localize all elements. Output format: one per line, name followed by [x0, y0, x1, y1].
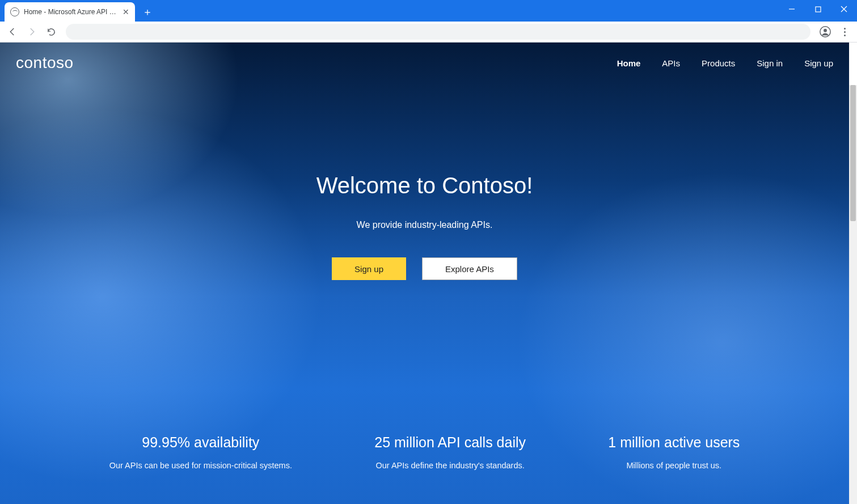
stat-sub: Our APIs define the industry's standards… [374, 461, 526, 470]
globe-icon [10, 7, 19, 16]
window-close-button[interactable] [831, 0, 857, 18]
back-button[interactable] [5, 24, 20, 40]
signup-button[interactable]: Sign up [332, 257, 406, 280]
hero-subtitle: We provide industry-leading APIs. [0, 220, 849, 230]
nav-link-signin[interactable]: Sign in [757, 58, 783, 68]
nav-links: Home APIs Products Sign in Sign up [617, 58, 833, 68]
browser-titlebar: Home - Microsoft Azure API Man ✕ ＋ [0, 0, 857, 22]
minimize-button[interactable] [779, 0, 805, 18]
stats-row: 99.95% availability Our APIs can be used… [0, 434, 849, 470]
window-controls [779, 0, 857, 18]
vertical-scrollbar[interactable] [849, 85, 857, 504]
reload-button[interactable] [43, 24, 59, 40]
profile-button[interactable] [817, 24, 833, 40]
hero-title: Welcome to Contoso! [0, 173, 849, 198]
stat-api-calls: 25 million API calls daily Our APIs defi… [374, 434, 526, 470]
close-icon[interactable]: ✕ [123, 7, 129, 16]
brand-logo[interactable]: contoso [16, 54, 74, 72]
address-bar[interactable] [66, 24, 810, 40]
stat-title: 25 million API calls daily [374, 434, 526, 451]
top-navigation: contoso Home APIs Products Sign in Sign … [0, 43, 849, 83]
svg-rect-1 [816, 7, 821, 12]
stat-title: 99.95% availability [109, 434, 292, 451]
forward-button[interactable] [24, 24, 40, 40]
hero-ctas: Sign up Explore APIs [0, 257, 849, 280]
maximize-button[interactable] [805, 0, 831, 18]
scrollbar-thumb[interactable] [850, 85, 856, 221]
stat-availability: 99.95% availability Our APIs can be used… [109, 434, 292, 470]
nav-link-products[interactable]: Products [702, 58, 735, 68]
tab-title: Home - Microsoft Azure API Man [24, 8, 118, 16]
hero-section: contoso Home APIs Products Sign in Sign … [0, 43, 849, 504]
browser-tab[interactable]: Home - Microsoft Azure API Man ✕ [5, 2, 135, 22]
page-viewport: contoso Home APIs Products Sign in Sign … [0, 43, 849, 504]
nav-link-home[interactable]: Home [617, 58, 641, 68]
stat-active-users: 1 million active users Millions of peopl… [608, 434, 740, 470]
svg-point-5 [824, 29, 827, 32]
stat-sub: Our APIs can be used for mission-critica… [109, 461, 292, 470]
browser-menu-button[interactable] [837, 24, 852, 40]
browser-toolbar [0, 22, 857, 43]
hero-center: Welcome to Contoso! We provide industry-… [0, 173, 849, 280]
nav-link-apis[interactable]: APIs [662, 58, 680, 68]
stat-title: 1 million active users [608, 434, 740, 451]
stat-sub: Millions of people trust us. [608, 461, 740, 470]
nav-link-signup[interactable]: Sign up [804, 58, 833, 68]
explore-apis-button[interactable]: Explore APIs [422, 257, 517, 280]
new-tab-button[interactable]: ＋ [140, 4, 155, 20]
